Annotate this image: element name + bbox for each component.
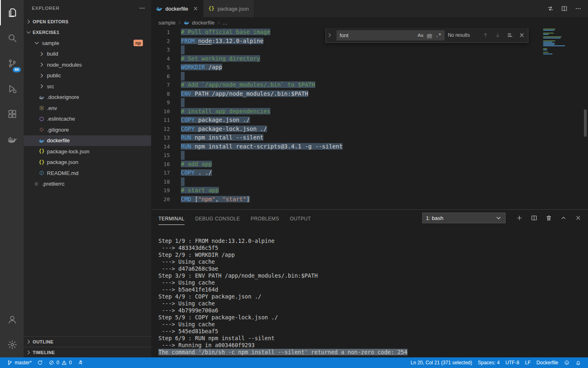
tab-package-json[interactable]: {}package.json [203, 0, 254, 17]
open-editors-section[interactable]: OPEN EDITORS [24, 16, 151, 27]
status-sync[interactable] [34, 357, 46, 368]
tree-item-package-json[interactable]: {}package.json [24, 157, 151, 168]
breadcrumb-item-sample[interactable]: sample [158, 20, 176, 26]
find-next-button[interactable] [493, 31, 502, 40]
code-line-11[interactable]: 11COPY package.json ./ [151, 116, 588, 125]
breadcrumb-item-[interactable]: … [223, 20, 228, 26]
code-line-18[interactable]: 18 [151, 177, 588, 186]
code-line-16[interactable]: 16# add app [151, 160, 588, 169]
terminal-line: ---> d47a6268c9ae [158, 265, 588, 272]
code-line-9[interactable]: 9 [151, 98, 588, 107]
code-line-14[interactable]: 14RUN npm install react-scripts@3.4.1 -g… [151, 142, 588, 151]
kill-terminal-button[interactable] [546, 215, 552, 221]
status-problems[interactable]: 00 [46, 357, 74, 368]
editor-scrollbar[interactable] [584, 110, 587, 137]
tree-item-node-modules[interactable]: node_modules [24, 59, 151, 70]
status-encoding[interactable]: UTF-8 [503, 357, 522, 368]
editor-more-actions-button[interactable] [575, 5, 581, 12]
activitybar-run-debug[interactable] [0, 76, 24, 101]
split-terminal-button[interactable] [531, 215, 537, 221]
tree-item-sample[interactable]: samplenp [24, 38, 151, 49]
maximize-panel-button[interactable] [560, 215, 567, 221]
panel-tab-debug-console[interactable]: DEBUG CONSOLE [195, 211, 240, 225]
code-line-20[interactable]: 20CMD ["npm", "start"] [151, 195, 588, 204]
panel-tab-problems[interactable]: PROBLEMS [251, 211, 279, 225]
outline-section[interactable]: OUTLINE [24, 336, 151, 347]
panel-tab-terminal[interactable]: TERMINAL [158, 211, 185, 225]
find-replace-toggle[interactable] [326, 28, 333, 43]
status-feedback[interactable] [561, 357, 572, 368]
status-bar: master*00 Ln 20, Col 21 (371 selected)Sp… [0, 357, 588, 368]
status-eol[interactable]: LF [522, 357, 534, 368]
tree-item-src[interactable]: src [24, 81, 151, 92]
tree-item-readme-md[interactable]: README.md [24, 168, 151, 179]
code-line-6[interactable]: 6 [151, 72, 588, 81]
tree-item-public[interactable]: public [24, 70, 151, 81]
sidebar-more-actions-button[interactable] [139, 5, 145, 11]
activitybar-accounts[interactable] [0, 307, 24, 332]
code-line-3[interactable]: 3 [151, 45, 588, 54]
info-icon [39, 170, 45, 176]
close-panel-button[interactable] [575, 215, 581, 221]
regex-toggle[interactable]: .* [434, 32, 443, 38]
code-line-12[interactable]: 12COPY package-lock.json ./ [151, 125, 588, 134]
terminal-picker[interactable]: 1: bash [422, 213, 506, 223]
timeline-section[interactable]: TIMELINE [24, 347, 151, 357]
status-language-mode[interactable]: Dockerfile [534, 357, 561, 368]
activitybar-settings[interactable] [0, 332, 24, 357]
status-git-branch[interactable]: master* [4, 357, 34, 368]
close-tab-icon[interactable] [193, 6, 198, 11]
status-notifications[interactable] [572, 357, 584, 368]
find-close-button[interactable] [517, 31, 526, 40]
activitybar-extensions[interactable] [0, 101, 24, 127]
find-in-selection-button[interactable] [506, 31, 514, 40]
code-line-8[interactable]: 8ENV PATH /app/node_modules/.bin:$PATH [151, 90, 588, 99]
terminal-line: ---> 545ed81beaf5 [158, 328, 588, 335]
line-number: 16 [151, 160, 181, 169]
activitybar-explorer[interactable] [0, 0, 24, 25]
code-line-17[interactable]: 17COPY . ./ [151, 168, 588, 177]
status-cursor-position[interactable]: Ln 20, Col 21 (371 selected) [408, 357, 475, 368]
code-line-15[interactable]: 15 [151, 151, 588, 160]
activitybar-search[interactable] [0, 25, 24, 51]
open-changes-button[interactable] [547, 5, 554, 12]
minimap[interactable] [543, 29, 581, 55]
terminal-line: ---> 483343d6c5f5 [158, 245, 588, 251]
split-editor-button[interactable] [561, 5, 568, 12]
tab-dockerfile[interactable]: dockerfile [151, 0, 203, 17]
tree-item-dockerignore[interactable]: .dockerignore [24, 92, 151, 103]
breadcrumb-item-dockerfile[interactable]: dockerfile [183, 20, 215, 26]
code-line-7[interactable]: 7# Add `/app/node_modules/.bin` to $PATH [151, 81, 588, 90]
sidebar-title: EXPLORER [32, 6, 60, 11]
terminal-picker-value: 1: bash [426, 215, 443, 221]
activitybar-source-control[interactable]: 5K [0, 51, 24, 76]
ellipsis-icon [575, 5, 581, 12]
tree-item-prettierrc[interactable]: .prettierrc [24, 179, 151, 190]
line-number: 7 [151, 81, 181, 90]
match-case-toggle[interactable]: Aa [416, 33, 425, 38]
status-extension-launcher[interactable] [75, 357, 86, 368]
tree-item-dockerfile[interactable]: dockerfile [24, 135, 151, 146]
code-editor[interactable]: 1# Pull official base image2FROM node:13… [151, 28, 588, 209]
code-line-5[interactable]: 5WORKDIR /app [151, 63, 588, 72]
new-terminal-button[interactable] [516, 215, 523, 221]
code-line-4[interactable]: 4# Set working directory [151, 54, 588, 63]
tree-item-eslintcache[interactable]: .eslintcache [24, 114, 151, 125]
tree-item-gitignore[interactable]: .gitignore [24, 124, 151, 135]
tab-label: package.json [218, 6, 249, 12]
panel-tab-output[interactable]: OUTPUT [290, 211, 311, 225]
whole-word-toggle[interactable]: ab [425, 33, 434, 38]
find-previous-button[interactable] [481, 31, 490, 40]
tree-item-build[interactable]: build [24, 49, 151, 60]
tree-item-env[interactable]: .env [24, 103, 151, 114]
find-input[interactable]: font Aa ab .* [336, 30, 445, 40]
code-line-10[interactable]: 10# install app dependencies [151, 107, 588, 116]
tree-item-package-lock-json[interactable]: {}package-lock.json [24, 146, 151, 157]
workspace-label: EXERCISE1 [33, 30, 59, 35]
code-line-19[interactable]: 19# start app [151, 186, 588, 195]
terminal-output[interactable]: Step 1/9 : FROM node:13.12.0-alpine --->… [151, 226, 588, 356]
code-line-13[interactable]: 13RUN npm install --silent [151, 133, 588, 142]
workspace-section[interactable]: EXERCISE1 [24, 27, 151, 38]
status-indentation[interactable]: Spaces: 4 [475, 357, 502, 368]
activitybar-docker[interactable] [0, 127, 24, 152]
